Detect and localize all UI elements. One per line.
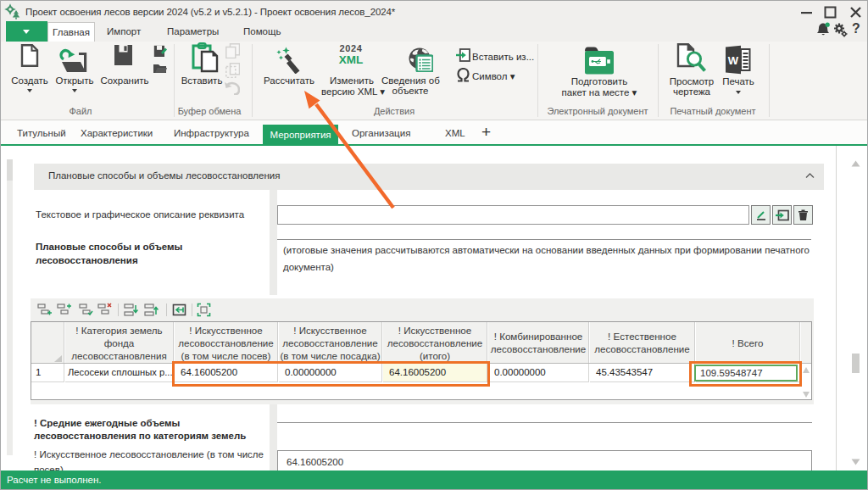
svg-text:W: W [728, 54, 739, 67]
